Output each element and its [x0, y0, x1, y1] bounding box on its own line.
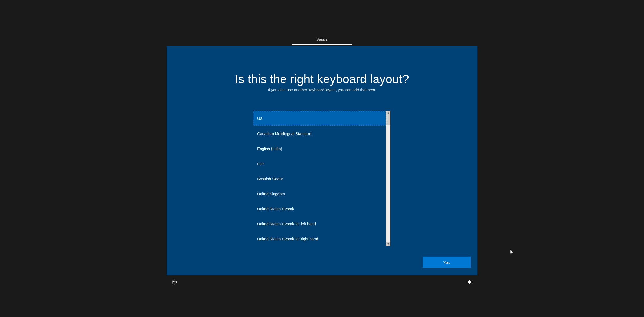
- chevron-down-icon: [387, 243, 389, 245]
- keyboard-layout-option[interactable]: Irish: [253, 156, 386, 171]
- scroll-thumb[interactable]: [386, 115, 390, 125]
- volume-icon: [467, 280, 472, 284]
- oobe-taskbar: [167, 277, 477, 287]
- chevron-up-icon: [387, 112, 389, 114]
- ease-of-access-icon: [172, 279, 177, 285]
- scroll-track[interactable]: [386, 115, 390, 242]
- svg-line-1: [174, 281, 175, 282]
- keyboard-layout-option[interactable]: Canadian Multilingual Standard: [253, 126, 386, 141]
- keyboard-layout-option-label: United States-Dvorak for left hand: [257, 222, 316, 226]
- page-heading: Is this the right keyboard layout?: [167, 72, 477, 86]
- oobe-panel: Is this the right keyboard layout? If yo…: [167, 46, 477, 275]
- scroll-down-arrow[interactable]: [386, 242, 390, 246]
- keyboard-layout-option-label: English (India): [257, 146, 282, 151]
- keyboard-layout-option-label: United Kingdom: [257, 192, 285, 196]
- keyboard-layout-option[interactable]: United States-Dvorak for right hand: [253, 231, 386, 246]
- ease-of-access-button[interactable]: [171, 279, 177, 285]
- keyboard-layout-option[interactable]: Scottish Gaelic: [253, 171, 386, 186]
- oobe-tab-bar: Basics: [167, 35, 477, 47]
- keyboard-layout-list[interactable]: USCanadian Multilingual StandardEnglish …: [253, 111, 386, 246]
- keyboard-layout-option-label: United States-Dvorak for right hand: [257, 237, 318, 241]
- scrollbar[interactable]: [386, 111, 390, 246]
- keyboard-layout-option[interactable]: United States-Dvorak: [253, 201, 386, 216]
- keyboard-layout-option[interactable]: United States-Dvorak for left hand: [253, 216, 386, 231]
- keyboard-layout-listbox: USCanadian Multilingual StandardEnglish …: [253, 111, 390, 246]
- keyboard-layout-option[interactable]: US: [253, 111, 386, 126]
- tab-basics[interactable]: Basics: [292, 37, 352, 45]
- page-subheading: If you also use another keyboard layout,…: [167, 88, 477, 92]
- keyboard-layout-option[interactable]: United Kingdom: [253, 186, 386, 201]
- keyboard-layout-option-label: Irish: [257, 161, 264, 166]
- keyboard-layout-option-label: United States-Dvorak: [257, 207, 294, 211]
- keyboard-layout-option-label: Scottish Gaelic: [257, 177, 283, 181]
- keyboard-layout-option-label: US: [257, 116, 263, 121]
- yes-button[interactable]: Yes: [423, 257, 471, 268]
- yes-button-label: Yes: [443, 260, 450, 265]
- scroll-up-arrow[interactable]: [386, 111, 390, 115]
- volume-button[interactable]: [467, 279, 473, 285]
- keyboard-layout-option[interactable]: English (India): [253, 141, 386, 156]
- keyboard-layout-option-label: Canadian Multilingual Standard: [257, 131, 311, 136]
- tab-basics-label: Basics: [316, 37, 328, 41]
- mouse-cursor-icon: [510, 250, 513, 255]
